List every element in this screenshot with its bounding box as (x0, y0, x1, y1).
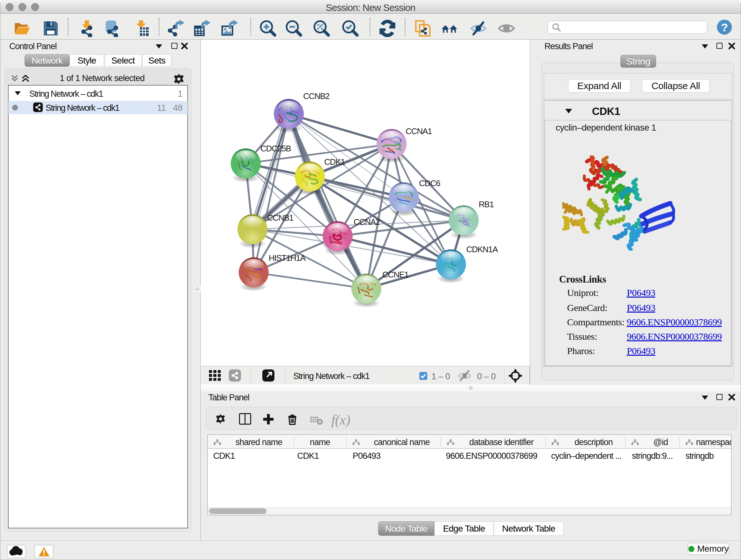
svg-text:RB1: RB1 (479, 199, 494, 209)
svg-text:CDK1: CDK1 (324, 157, 345, 167)
svg-text:CCNE1: CCNE1 (382, 270, 409, 279)
svg-text:CCNB2: CCNB2 (303, 91, 330, 101)
svg-text:CDC25B: CDC25B (260, 144, 291, 153)
svg-text:HIST1H1A: HIST1H1A (269, 253, 306, 263)
svg-text:CDKN1A: CDKN1A (466, 245, 498, 254)
svg-text:CCNA1: CCNA1 (406, 126, 432, 136)
svg-text:CCNA2: CCNA2 (354, 217, 380, 227)
svg-text:CCNB1: CCNB1 (267, 213, 293, 223)
svg-text:?: ? (721, 21, 728, 34)
svg-text:CDC6: CDC6 (419, 179, 441, 188)
